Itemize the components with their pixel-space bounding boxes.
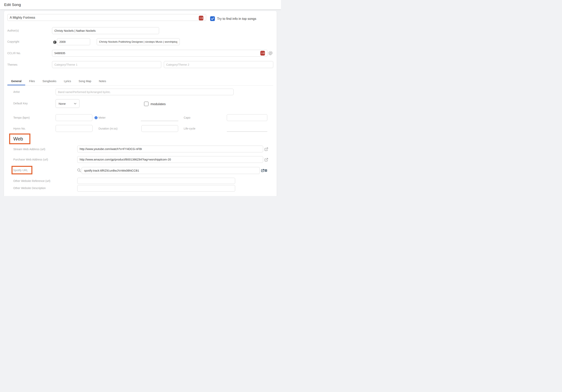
hymn-no-label: Hymn No. bbox=[13, 127, 26, 131]
tab-general[interactable]: General bbox=[7, 77, 25, 85]
ccli-no-label: CCLI® No. bbox=[7, 51, 21, 55]
song-tabs: General Files Songbooks Lyrics Song Map … bbox=[7, 77, 110, 85]
spotify-url-input[interactable] bbox=[82, 167, 260, 174]
meter-label: Meter bbox=[98, 116, 106, 120]
tab-files[interactable]: Files bbox=[25, 77, 39, 85]
default-key-value: None bbox=[59, 102, 66, 105]
checkmark-icon bbox=[210, 16, 215, 21]
page-header: Edit Song bbox=[0, 0, 281, 9]
search-icon bbox=[77, 168, 81, 172]
ccli-swirl-icon bbox=[268, 51, 273, 56]
web-section-heading: Web bbox=[13, 136, 23, 142]
tempo-label: Tempo (bpm) bbox=[13, 116, 30, 120]
stream-url-label: Stream Web Address (url) bbox=[13, 147, 45, 151]
find-top-songs-checkbox[interactable] bbox=[210, 16, 215, 21]
song-title-input[interactable] bbox=[7, 14, 206, 21]
modulates-label: modulates bbox=[151, 102, 166, 106]
tab-songbooks[interactable]: Songbooks bbox=[39, 77, 60, 85]
purchase-url-input[interactable] bbox=[77, 156, 263, 163]
modulates-checkbox[interactable] bbox=[144, 101, 149, 106]
external-link-icon[interactable] bbox=[261, 169, 264, 172]
ccli-no-input[interactable] bbox=[52, 50, 268, 56]
songselect-autocomplete-icon[interactable] bbox=[199, 16, 203, 21]
external-link-icon[interactable] bbox=[264, 158, 268, 162]
other-description-input[interactable] bbox=[77, 185, 235, 192]
copyright-label: Copyright bbox=[7, 40, 19, 44]
songselect-autocomplete-icon[interactable] bbox=[260, 51, 265, 56]
spotify-url-label: Spotify URL bbox=[13, 168, 28, 172]
life-cycle-input[interactable] bbox=[227, 126, 267, 132]
purchase-url-label: Purchase Web Address (url) bbox=[13, 157, 48, 161]
find-top-songs-label: Try to find info in top songs bbox=[217, 16, 256, 21]
clear-square-icon[interactable] bbox=[265, 169, 267, 172]
duration-label: Duration (m:ss) bbox=[98, 127, 117, 131]
theme1-input[interactable] bbox=[52, 61, 161, 68]
tab-song-map[interactable]: Song Map bbox=[75, 77, 95, 85]
copyright-year-input[interactable] bbox=[57, 38, 90, 45]
theme2-input[interactable] bbox=[164, 61, 273, 68]
other-description-label: Other Website Description bbox=[13, 186, 46, 190]
tab-lyrics[interactable]: Lyrics bbox=[60, 77, 75, 85]
other-reference-input[interactable] bbox=[77, 178, 235, 184]
artist-input[interactable] bbox=[56, 89, 234, 95]
edit-song-card: Try to find info in top songs Author(s) … bbox=[4, 11, 277, 196]
other-reference-label: Other Website Reference (url) bbox=[13, 179, 50, 183]
authors-input[interactable] bbox=[52, 27, 159, 34]
tabs-divider bbox=[7, 85, 273, 86]
external-link-icon[interactable] bbox=[264, 147, 268, 151]
themes-label: Themes bbox=[7, 63, 17, 67]
duration-input[interactable] bbox=[141, 125, 178, 132]
capo-input[interactable] bbox=[227, 114, 267, 121]
copyright-holder-input[interactable] bbox=[97, 38, 180, 45]
authors-label: Author(s) bbox=[7, 29, 19, 33]
page-title: Edit Song bbox=[4, 3, 21, 7]
chevron-down-icon bbox=[73, 102, 77, 105]
tempo-input[interactable] bbox=[56, 114, 92, 121]
meter-input[interactable] bbox=[141, 115, 178, 121]
default-key-label: Default Key bbox=[13, 101, 28, 105]
stream-url-input[interactable] bbox=[77, 146, 263, 152]
default-key-select[interactable]: None bbox=[56, 99, 80, 108]
hymn-no-input[interactable] bbox=[56, 125, 93, 132]
tab-notes[interactable]: Notes bbox=[95, 77, 110, 85]
capo-label: Capo bbox=[184, 116, 190, 120]
info-icon[interactable] bbox=[94, 116, 97, 119]
copyright-badge-icon bbox=[53, 41, 56, 44]
life-cycle-label: Life-cycle bbox=[184, 127, 195, 131]
artist-label: Artist bbox=[13, 90, 20, 94]
